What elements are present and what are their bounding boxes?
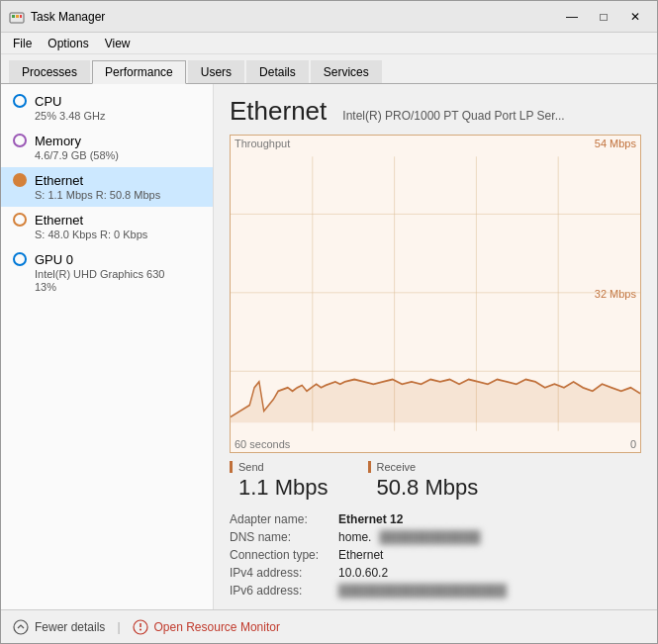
- ipv6-value-row: ████████████████████: [338, 584, 507, 598]
- memory-detail: 4.6/7.9 GB (58%): [35, 149, 201, 161]
- cpu-name: CPU: [35, 94, 201, 109]
- dns-blurred: ████████████: [379, 530, 480, 544]
- conntype-value-row: Ethernet: [338, 548, 507, 562]
- send-label: Send: [230, 461, 329, 473]
- menu-options[interactable]: Options: [40, 35, 96, 52]
- memory-name: Memory: [35, 134, 201, 148]
- tabs-bar: Processes Performance Users Details Serv…: [1, 54, 657, 84]
- memory-info: Memory 4.6/7.9 GB (58%): [35, 134, 201, 161]
- detail-subtitle: Intel(R) PRO/1000 PT Quad Port LP Ser...: [342, 109, 564, 123]
- connection-type-label: Connection type:: [230, 548, 319, 562]
- dns-name-label: DNS name:: [230, 530, 291, 544]
- dns-value-row: home.████████████: [338, 530, 507, 544]
- footer-separator: |: [117, 620, 120, 634]
- resource-monitor-icon: [133, 619, 148, 635]
- sidebar-item-cpu[interactable]: CPU 25% 3.48 GHz: [1, 88, 213, 128]
- tab-details[interactable]: Details: [246, 60, 309, 83]
- info-ipv4-row: IPv4 address:: [230, 566, 319, 580]
- cpu-info: CPU 25% 3.48 GHz: [35, 94, 201, 122]
- gpu-detail2: 13%: [35, 281, 201, 293]
- ethernet1-detail: S: 1.1 Mbps R: 50.8 Mbps: [35, 189, 201, 201]
- info-values-col: Ethernet 12 home.████████████ Ethernet 1…: [338, 512, 507, 598]
- cpu-icon: [13, 94, 27, 108]
- sidebar-item-memory[interactable]: Memory 4.6/7.9 GB (58%): [1, 128, 213, 167]
- adapter-name-value: Ethernet 12: [338, 512, 403, 526]
- sidebar-item-ethernet1[interactable]: Ethernet S: 1.1 Mbps R: 50.8 Mbps: [1, 167, 213, 207]
- connection-type-value: Ethernet: [338, 548, 383, 562]
- gpu-name: GPU 0: [35, 252, 201, 267]
- detail-header: Ethernet Intel(R) PRO/1000 PT Quad Port …: [230, 96, 641, 127]
- ipv6-label: IPv6 address:: [230, 584, 302, 598]
- ethernet1-info: Ethernet S: 1.1 Mbps R: 50.8 Mbps: [35, 173, 201, 201]
- info-ipv6-row: IPv6 address:: [230, 584, 319, 598]
- svg-point-11: [14, 620, 28, 634]
- menu-view[interactable]: View: [97, 35, 139, 52]
- gpu-info: GPU 0 Intel(R) UHD Graphics 630 13%: [35, 252, 201, 293]
- ethernet2-name: Ethernet: [35, 213, 201, 228]
- info-conntype-row: Connection type:: [230, 548, 319, 562]
- cpu-detail: 25% 3.48 GHz: [35, 110, 201, 122]
- throughput-chart: Throughput 54 Mbps 32 Mbps 60 seconds 0: [230, 135, 641, 453]
- sidebar-item-ethernet2[interactable]: Ethernet S: 48.0 Kbps R: 0 Kbps: [1, 207, 213, 246]
- receive-label: Receive: [368, 461, 479, 473]
- dns-name-value: home.: [338, 530, 371, 544]
- tab-users[interactable]: Users: [188, 60, 244, 83]
- stats-row: Send 1.1 Mbps Receive 50.8 Mbps: [230, 461, 641, 501]
- title-bar: Task Manager — □ ✕: [1, 1, 657, 33]
- info-adapter-row: Adapter name:: [230, 512, 319, 526]
- close-button[interactable]: ✕: [621, 6, 649, 28]
- footer: Fewer details | Open Resource Monitor: [1, 609, 657, 643]
- tab-services[interactable]: Services: [311, 60, 382, 83]
- detail-panel: Ethernet Intel(R) PRO/1000 PT Quad Port …: [214, 84, 657, 609]
- chart-svg: [231, 136, 640, 452]
- memory-icon: [13, 134, 27, 147]
- info-dns-row: DNS name:: [230, 530, 319, 544]
- fewer-details-label: Fewer details: [35, 620, 105, 634]
- ipv6-blurred: ████████████████████: [338, 584, 507, 598]
- svg-point-14: [140, 628, 141, 630]
- maximize-button[interactable]: □: [590, 6, 617, 28]
- tab-processes[interactable]: Processes: [9, 60, 90, 83]
- svg-rect-2: [16, 15, 19, 18]
- info-table: Adapter name: DNS name: Connection type:…: [230, 512, 641, 598]
- task-manager-window: Task Manager — □ ✕ File Options View Pro…: [0, 0, 658, 644]
- menu-bar: File Options View: [1, 33, 657, 54]
- open-resource-monitor-button[interactable]: Open Resource Monitor: [133, 619, 280, 635]
- open-resource-monitor-label: Open Resource Monitor: [154, 620, 280, 634]
- fewer-details-button[interactable]: Fewer details: [13, 619, 105, 635]
- info-labels-col: Adapter name: DNS name: Connection type:…: [230, 512, 319, 598]
- title-bar-controls: — □ ✕: [558, 6, 649, 28]
- title-bar-text: Task Manager: [31, 10, 558, 24]
- send-stat: Send 1.1 Mbps: [230, 461, 329, 501]
- send-value: 1.1 Mbps: [230, 475, 329, 501]
- svg-rect-1: [12, 15, 15, 18]
- ethernet2-icon: [13, 213, 27, 227]
- receive-value: 50.8 Mbps: [368, 475, 479, 501]
- menu-file[interactable]: File: [5, 35, 40, 52]
- ethernet2-detail: S: 48.0 Kbps R: 0 Kbps: [35, 229, 201, 240]
- fewer-details-icon: [13, 619, 29, 635]
- ethernet1-name: Ethernet: [35, 173, 201, 188]
- tab-performance[interactable]: Performance: [92, 60, 186, 84]
- ethernet1-icon: [13, 173, 27, 187]
- taskmanager-icon: [9, 9, 25, 25]
- minimize-button[interactable]: —: [558, 6, 586, 28]
- ipv4-value-row: 10.0.60.2: [338, 566, 507, 580]
- ipv4-label: IPv4 address:: [230, 566, 302, 580]
- main-content: CPU 25% 3.48 GHz Memory 4.6/7.9 GB (58%)…: [1, 84, 657, 609]
- receive-stat: Receive 50.8 Mbps: [368, 461, 479, 501]
- ipv4-value: 10.0.60.2: [338, 566, 388, 580]
- adapter-name-label: Adapter name:: [230, 512, 308, 526]
- adapter-value-row: Ethernet 12: [338, 512, 507, 526]
- detail-title: Ethernet: [230, 96, 327, 127]
- gpu-detail1: Intel(R) UHD Graphics 630: [35, 268, 201, 280]
- sidebar: CPU 25% 3.48 GHz Memory 4.6/7.9 GB (58%)…: [1, 84, 214, 609]
- sidebar-item-gpu0[interactable]: GPU 0 Intel(R) UHD Graphics 630 13%: [1, 246, 213, 299]
- ethernet2-info: Ethernet S: 48.0 Kbps R: 0 Kbps: [35, 213, 201, 240]
- svg-rect-3: [20, 15, 22, 18]
- gpu-icon: [13, 252, 27, 266]
